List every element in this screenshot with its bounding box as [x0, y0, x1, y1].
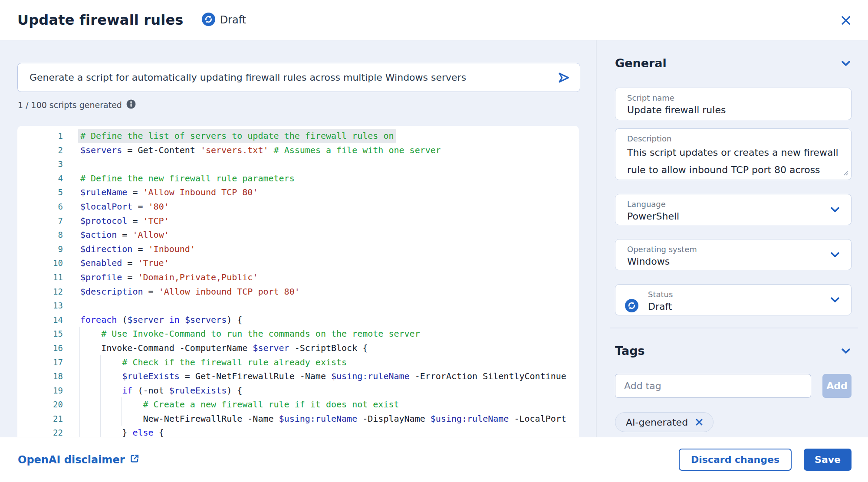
- description-value: This script updates or creates a new fir…: [627, 144, 841, 180]
- external-link-icon: [129, 453, 140, 466]
- dialog-footer: OpenAI disclaimer Discard changes Save: [0, 437, 868, 482]
- code-line: 19 if (-not $ruleExists) {: [17, 384, 579, 398]
- prompt-box: [17, 63, 580, 92]
- status-badge: Draft: [202, 13, 247, 28]
- status-label: Status: [648, 289, 841, 300]
- add-tag-button[interactable]: Add: [822, 374, 852, 398]
- chevron-down-icon[interactable]: [829, 294, 841, 307]
- code-line: 14foreach ($server in $servers) {: [17, 313, 579, 327]
- info-icon[interactable]: [126, 99, 136, 111]
- remove-tag-icon[interactable]: [695, 417, 704, 427]
- generation-counter: 1 / 100 scripts generated: [18, 99, 136, 111]
- description-field[interactable]: Description This script updates or creat…: [615, 128, 852, 180]
- code-line: 1# Define the list of servers to update …: [17, 129, 579, 143]
- discard-changes-button[interactable]: Discard changes: [679, 449, 792, 471]
- chevron-down-icon[interactable]: [829, 249, 841, 262]
- counter-text: 1 / 100 scripts generated: [18, 100, 122, 110]
- add-tag-input[interactable]: [615, 374, 811, 398]
- code-lines: 1# Define the list of servers to update …: [17, 129, 579, 437]
- tags-section-header[interactable]: Tags: [615, 344, 852, 357]
- footer-buttons: Discard changes Save: [679, 449, 852, 471]
- tag-chip: AI-generated: [615, 412, 713, 432]
- sidebar-divider: [596, 40, 597, 437]
- code-line: 21 New-NetFirewallRule -Name $using:rule…: [17, 412, 579, 426]
- code-line: 22 } else {: [17, 426, 579, 437]
- code-line: 15 # Use Invoke-Command to run the comma…: [17, 327, 579, 341]
- operating-system-select[interactable]: Operating system Windows: [615, 239, 852, 270]
- tag-chip-label: AI-generated: [626, 417, 688, 428]
- code-line: 6$localPort = '80': [17, 200, 579, 214]
- save-button[interactable]: Save: [804, 449, 852, 471]
- code-line: 17 # Check if the firewall rule already …: [17, 355, 579, 370]
- code-line: 16 Invoke-Command -ComputerName $server …: [17, 341, 579, 355]
- code-line: 11$profile = 'Domain,Private,Public': [17, 270, 579, 285]
- tags-section-title: Tags: [615, 344, 645, 357]
- code-editor[interactable]: 1# Define the list of servers to update …: [17, 126, 579, 437]
- general-section-header[interactable]: General: [615, 56, 852, 70]
- script-editor-dialog: Update firewall rules Draft: [0, 0, 868, 482]
- status-badge-label: Draft: [220, 14, 247, 26]
- section-divider: [610, 328, 858, 328]
- code-line: 20 # Create a new firewall rule if it do…: [17, 397, 579, 412]
- code-line: 8$action = 'Allow': [17, 228, 579, 242]
- draft-sync-icon: [202, 13, 215, 28]
- script-name-value: Update firewall rules: [627, 103, 841, 117]
- send-icon[interactable]: [554, 68, 574, 88]
- dialog-header: Update firewall rules Draft: [0, 0, 868, 40]
- disclaimer-label: OpenAI disclaimer: [18, 454, 125, 466]
- operating-system-value: Windows: [627, 255, 841, 269]
- code-line: 13: [17, 298, 579, 313]
- prompt-input[interactable]: [18, 72, 554, 83]
- chevron-down-icon[interactable]: [840, 345, 852, 357]
- language-label: Language: [627, 199, 841, 210]
- code-line: 2$servers = Get-Content 'servers.txt' # …: [17, 143, 579, 157]
- code-line: 4# Define the new firewall rule paramete…: [17, 171, 579, 186]
- draft-sync-icon: [625, 299, 638, 314]
- description-label: Description: [627, 134, 841, 144]
- page-title: Update firewall rules: [17, 12, 184, 28]
- general-section-title: General: [615, 56, 667, 70]
- language-value: PowerShell: [627, 210, 841, 223]
- code-line: 3: [17, 157, 579, 171]
- code-line: 9$direction = 'Inbound': [17, 242, 579, 256]
- openai-disclaimer-link[interactable]: OpenAI disclaimer: [18, 453, 140, 466]
- code-line: 12$description = 'Allow inbound TCP port…: [17, 285, 579, 299]
- resize-handle-icon[interactable]: [842, 169, 848, 177]
- script-name-label: Script name: [627, 93, 841, 103]
- script-name-field[interactable]: Script name Update firewall rules: [615, 88, 852, 120]
- status-value: Draft: [648, 300, 841, 314]
- language-select[interactable]: Language PowerShell: [615, 194, 852, 225]
- close-icon[interactable]: [839, 14, 852, 27]
- code-line: 7$protocol = 'TCP': [17, 214, 579, 228]
- code-line: 18 $ruleExists = Get-NetFirewallRule -Na…: [17, 369, 579, 384]
- chevron-down-icon[interactable]: [840, 58, 852, 69]
- status-select[interactable]: Status Draft: [615, 284, 852, 315]
- code-line: 5$ruleName = 'Allow Inbound TCP 80': [17, 185, 579, 200]
- code-line: 10$enabled = 'True': [17, 256, 579, 270]
- chevron-down-icon[interactable]: [829, 204, 841, 217]
- operating-system-label: Operating system: [627, 244, 841, 255]
